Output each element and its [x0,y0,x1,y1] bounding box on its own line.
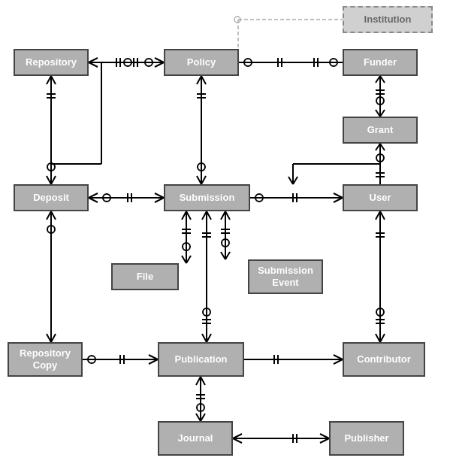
journal-box: Journal [158,421,233,456]
contributor-box: Contributor [343,342,425,377]
policy-label: Policy [187,56,216,68]
diagram-container: Institution Repository Policy Funder Gra… [0,0,453,476]
submission-label: Submission [180,192,235,204]
repository-copy-label: Repository Copy [20,347,71,371]
repository-box: Repository [14,49,89,76]
publisher-label: Publisher [344,432,388,444]
funder-box: Funder [343,49,418,76]
repository-copy-box: Repository Copy [8,342,83,377]
file-label: File [137,271,153,283]
user-label: User [370,192,391,204]
contributor-label: Contributor [357,353,410,365]
submission-event-label: Submission Event [258,265,313,288]
file-box: File [111,263,179,290]
institution-box: Institution [343,6,433,33]
deposit-box: Deposit [14,184,89,211]
institution-label: Institution [364,14,412,26]
journal-label: Journal [178,432,213,444]
policy-box: Policy [164,49,239,76]
grant-box: Grant [343,117,418,144]
funder-label: Funder [364,56,397,68]
submission-box: Submission [164,184,250,211]
publication-label: Publication [174,353,227,365]
user-box: User [343,184,418,211]
deposit-label: Deposit [33,192,69,204]
grant-label: Grant [367,124,394,136]
publisher-box: Publisher [329,421,404,456]
repository-label: Repository [26,56,77,68]
submission-event-box: Submission Event [248,259,323,294]
publication-box: Publication [158,342,244,377]
